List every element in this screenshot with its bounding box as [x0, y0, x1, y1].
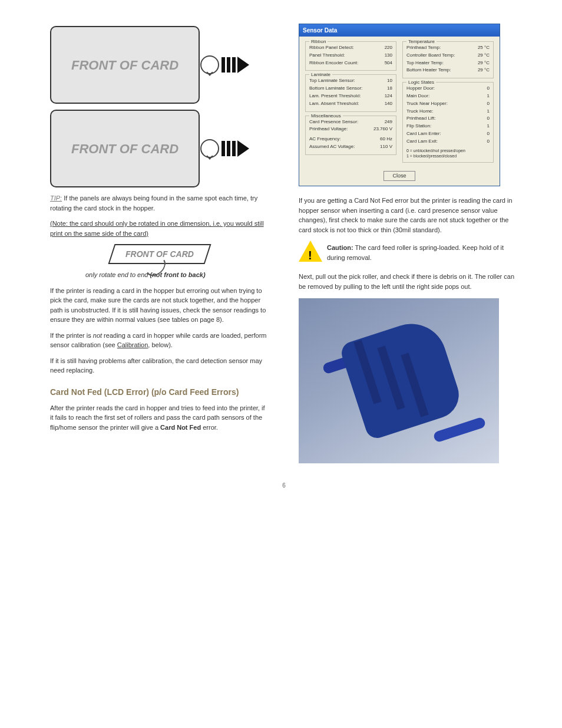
tip-text: If the panels are always being found in …	[50, 195, 257, 212]
caution-label: Caution:	[327, 244, 353, 251]
rotate-emphasis: only rotate end to end (not front to bac…	[85, 270, 269, 280]
sensor-data-dialog: Sensor Data Ribbon Ribbon Panel Detect:2…	[299, 24, 500, 186]
arrow-bottom	[200, 139, 249, 158]
card-bottom: FRONT OF CARD	[50, 110, 200, 187]
para-after-calibration: If it is still having problems after cal…	[50, 356, 269, 375]
logic-group: Logic States Hopper Door:0 Main Door:1 T…	[402, 82, 494, 163]
calibration-link[interactable]: Calibration	[117, 341, 148, 348]
temperature-group: Temperature Printhead Temp:25 °C Control…	[402, 41, 494, 78]
para-not-reading: If the printer is not reading a card in …	[50, 331, 269, 350]
tip-label: TIP:	[50, 195, 62, 202]
tip-paragraph: TIP: If the panels are always being foun…	[50, 193, 269, 213]
note-rotation: (Note: the card should only be rotated i…	[50, 219, 269, 238]
caution-block: Caution: The card feed roller is spring-…	[299, 241, 518, 268]
para-right-1: If you are getting a Card Not Fed error …	[299, 196, 518, 235]
para-hopper-check: If the printer is reading a card in the …	[50, 286, 269, 325]
arrow-top	[200, 55, 249, 74]
card-rotation-diagram: FRONT OF CARD FRONT OF CARD	[50, 26, 269, 187]
warning-icon	[299, 241, 322, 262]
ribbon-group: Ribbon Ribbon Panel Detect:220 Panel Thr…	[305, 41, 396, 71]
mini-card-diagram: FRONT OF CARD	[50, 244, 269, 264]
laminate-group: Laminate Top Laminate Sensor:10 Bottom L…	[305, 74, 396, 111]
section-heading: Card Not Fed (LCD Error) (p/o Card Feed …	[50, 386, 269, 398]
dialog-titlebar: Sensor Data	[299, 24, 500, 37]
caution-text: The card feed roller is spring-loaded. K…	[327, 244, 504, 261]
page-number: 6	[50, 481, 518, 490]
pick-roller-photo	[299, 298, 499, 463]
para-right-2: Next, pull out the pick roller, and chec…	[299, 272, 518, 291]
para-card-not-fed: After the printer reads the card in hopp…	[50, 403, 269, 433]
card-top: FRONT OF CARD	[50, 26, 200, 104]
close-button[interactable]: Close	[384, 171, 415, 182]
misc-group: Miscellaneous Card Presence Sensor:249 P…	[305, 116, 396, 155]
